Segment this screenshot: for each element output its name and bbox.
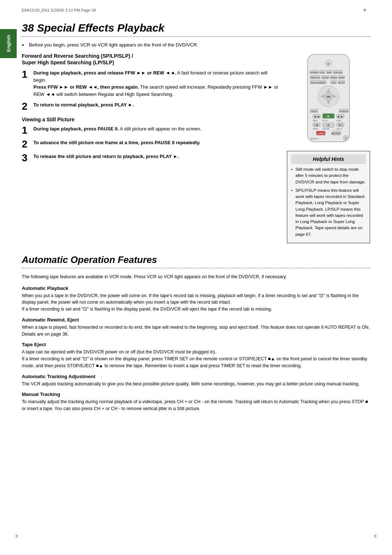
section2-separator (22, 268, 370, 268)
svg-text:PREV: PREV (313, 128, 319, 130)
bottom-crosshair-right: + (373, 532, 377, 540)
english-tab: English (0, 29, 17, 58)
manual-tracking-text: To manually adjust the tracking during n… (22, 398, 370, 412)
section2: Automatic Operation Features The followi… (22, 254, 370, 412)
step-2: 2 To return to normal playback, press PL… (22, 101, 279, 112)
hint-2: SP/LP/SLP means this feature will work w… (291, 187, 366, 238)
top-right-column: ⏻ TV/VIDEO VCR DVD VCR Plus SUBTITLE AUD… (287, 53, 370, 243)
still-step3-bold: To release the still picture and return … (33, 154, 179, 159)
remote-control-image: ⏻ TV/VIDEO VCR DVD VCR Plus SUBTITLE AUD… (296, 53, 361, 147)
svg-text:ANGLE: ANGLE (330, 77, 338, 79)
svg-text:VCR Plus: VCR Plus (334, 72, 343, 74)
auto-tracking-heading: Automatic Tracking Adjustment (22, 374, 370, 379)
svg-text:SEC/VCR: SEC/VCR (311, 82, 320, 84)
remote-container: ⏻ TV/VIDEO VCR DVD VCR Plus SUBTITLE AUD… (287, 53, 370, 147)
svg-text:►►: ►► (337, 115, 343, 118)
intro-bullet: Before you begin, press VCR so VCR light… (22, 42, 370, 48)
page-header: E8A21UD_EN1 5/29/06 3:13 PM Page 38 (22, 7, 370, 14)
still-heading: Viewing a Still Picture (22, 117, 279, 122)
bottom-crosshair-left: + (15, 532, 19, 540)
svg-text:⏸: ⏸ (327, 123, 330, 127)
step2-text: To return to normal playback, press PLAY… (33, 102, 134, 108)
svg-text:◄◄: ◄◄ (314, 115, 320, 118)
title-separator (22, 36, 370, 37)
header-crosshair (363, 7, 370, 14)
step1b-bold: Press FFW ►► or REW ◄◄, then press again… (33, 84, 139, 90)
hint-1: Still mode will switch to stop mode afte… (291, 166, 366, 185)
svg-text:VCR: VCR (320, 72, 324, 74)
svg-text:DISPLAY: DISPLAY (339, 110, 348, 113)
svg-text:NEXT: NEXT (336, 128, 342, 130)
chapter-title-text: Special Effects Playback (37, 22, 164, 34)
section2-intro: The following tape features are availabl… (22, 274, 370, 280)
still-step-1: 1 During tape playback, press PAUSE II. … (22, 125, 279, 135)
tape-eject-heading: Tape Eject (22, 342, 370, 347)
chapter-title: 38 Special Effects Playback (22, 22, 370, 34)
top-section: Forward and Reverse Searching (SP/LP/SLP… (22, 53, 370, 243)
svg-text:PAUSE: PAUSE (323, 128, 330, 130)
main-content: 38 Special Effects Playback Before you b… (22, 22, 370, 412)
svg-text:|◄: |◄ (315, 123, 319, 127)
still-step2-bold: To advance the still picture one frame a… (33, 140, 200, 145)
svg-text:DVD: DVD (327, 72, 331, 74)
step-1: 1 During tape playback, press and releas… (22, 69, 279, 98)
section2-title: Automatic Operation Features (22, 254, 370, 266)
svg-text:PLAY: PLAY (323, 119, 328, 122)
svg-text:►|: ►| (338, 123, 342, 127)
still-step-3: 3 To release the still picture and retur… (22, 153, 279, 163)
svg-text:● REC: ● REC (317, 132, 324, 135)
still-step1-text: A still picture will appear on the scree… (120, 126, 201, 131)
svg-text:TV/VIDEO: TV/VIDEO (309, 72, 319, 74)
svg-text:+: + (345, 136, 347, 140)
chapter-number: 38 (22, 22, 34, 34)
auto-rewind-heading: Automatic Rewind, Eject (22, 317, 370, 323)
still-step-2: 2 To advance the still picture one frame… (22, 139, 279, 149)
auto-playback-text: When you put a tape in the DVD/VCR, the … (22, 292, 370, 313)
svg-text:DVD: DVD (331, 82, 336, 84)
manual-tracking-heading: Manual Tracking (22, 392, 370, 397)
auto-rewind-text: When a tape is played, fast forwarded or… (22, 324, 370, 338)
helpful-hints-title: Helpful Hints (291, 154, 366, 164)
svg-text:FFW: FFW (336, 119, 341, 122)
svg-text:⏻: ⏻ (327, 62, 330, 65)
svg-text:AUDIO: AUDIO (322, 77, 329, 79)
svg-text:OK: OK (326, 95, 331, 98)
step1-bold: During tape playback, press and release … (33, 70, 176, 76)
svg-text:BACK: BACK (311, 110, 317, 113)
section1-heading: Forward and Reverse Searching (SP/LP/SLP… (22, 53, 279, 66)
svg-text:SUBTITLE: SUBTITLE (310, 77, 320, 79)
svg-text:SETUP: SETUP (338, 82, 345, 84)
helpful-hints-list: Still mode will switch to stop mode afte… (291, 166, 366, 238)
still-step1-bold: During tape playback, press PAUSE II. (33, 126, 119, 131)
svg-text:ZOOM: ZOOM (338, 77, 344, 79)
auto-tracking-text: The VCR adjusts tracking automatically t… (22, 381, 370, 388)
top-left-column: Forward and Reverse Searching (SP/LP/SLP… (22, 53, 279, 243)
tape-eject-text: A tape can be ejected with the DVD/VCR p… (22, 349, 370, 369)
file-info: E8A21UD_EN1 5/29/06 3:13 PM Page 38 (22, 8, 96, 12)
svg-text:REW: REW (313, 119, 318, 122)
svg-text:REPEAT: REPEAT (310, 138, 319, 140)
svg-text:MENU: MENU (320, 82, 326, 84)
auto-playback-heading: Automatic Playback (22, 285, 370, 291)
svg-text:►: ► (327, 114, 330, 118)
svg-text:■ STOP: ■ STOP (332, 132, 341, 135)
helpful-hints-box: Helpful Hints Still mode will switch to … (287, 151, 370, 243)
